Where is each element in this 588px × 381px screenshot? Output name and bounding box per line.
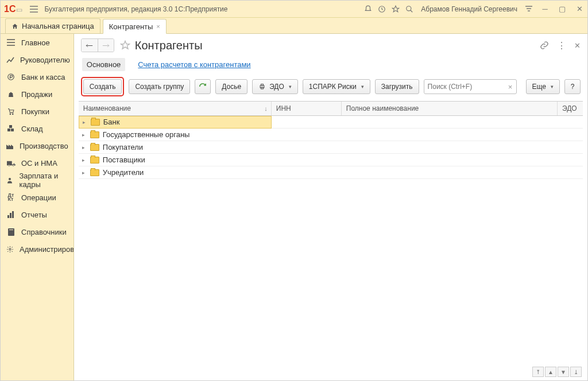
svg-rect-12 xyxy=(10,213,11,218)
dossier-label: Досье xyxy=(222,83,241,91)
sidebar-item-warehouse[interactable]: Склад xyxy=(1,120,74,137)
tab-home[interactable]: Начальная страница xyxy=(5,18,100,33)
table-row[interactable]: ▸Поставщики xyxy=(79,154,583,166)
svg-point-3 xyxy=(10,114,11,115)
minimize-button[interactable]: ─ xyxy=(540,5,550,14)
app-logo: 1C▭ xyxy=(4,4,22,14)
kebab-icon[interactable]: ⋮ xyxy=(557,40,566,51)
search-clear-icon[interactable]: × xyxy=(505,83,516,91)
tab-close-icon[interactable]: × xyxy=(156,23,160,30)
bell-icon[interactable] xyxy=(361,2,375,16)
search-icon[interactable] xyxy=(403,2,416,16)
tab-home-label: Начальная страница xyxy=(22,22,94,30)
subtab-main[interactable]: Основное xyxy=(82,58,126,71)
sidebar-item-purchases[interactable]: Покупки xyxy=(1,103,74,120)
svg-rect-14 xyxy=(8,228,14,236)
expand-icon[interactable]: ▸ xyxy=(82,170,87,176)
svg-rect-13 xyxy=(12,211,14,218)
sidebar-item-admin[interactable]: Администрирование xyxy=(1,240,74,258)
col-inn[interactable]: ИНН xyxy=(272,102,342,115)
tab-contragents[interactable]: Контрагенты × xyxy=(103,19,167,34)
truck-icon xyxy=(6,158,16,168)
col-name[interactable]: Наименование↓ xyxy=(79,102,272,115)
sidebar-item-production[interactable]: Производство xyxy=(1,137,74,154)
nav-back-button[interactable]: 🡐 xyxy=(82,39,98,52)
filter-icon[interactable] xyxy=(522,2,536,16)
subtab-accounts[interactable]: Счета расчетов с контрагентами xyxy=(137,58,252,71)
svg-rect-11 xyxy=(7,215,9,218)
table-rows: ▸Банк ▸Государственные органы ▸Покупател… xyxy=(79,116,583,179)
app-title: Бухгалтерия предприятия, редакция 3.0 1С… xyxy=(44,5,227,13)
row-name: Банк xyxy=(103,118,120,126)
expand-icon[interactable]: ▸ xyxy=(82,145,87,150)
edo-label: ЭДО xyxy=(269,83,284,91)
load-button[interactable]: Загрузить xyxy=(375,79,419,94)
edo-button[interactable]: ЭДО▾ xyxy=(252,79,298,94)
sidebar-label: Отчеты xyxy=(21,211,47,219)
sidebar-item-hr[interactable]: Зарплата и кадры xyxy=(1,172,74,189)
nav-up-button[interactable]: ▲ xyxy=(545,367,556,377)
close-window-button[interactable]: ✕ xyxy=(575,5,584,14)
table-row[interactable]: ▸Государственные органы xyxy=(79,129,583,141)
sidebar-item-sales[interactable]: Продажи xyxy=(1,85,74,103)
sidebar-item-assets[interactable]: ОС и НМА xyxy=(1,154,74,172)
nav-forward-button[interactable]: 🡒 xyxy=(98,39,114,52)
sidebar-label: Руководителю xyxy=(20,56,70,64)
search-input[interactable] xyxy=(424,80,505,93)
create-label: Создать xyxy=(90,83,116,91)
expand-icon[interactable]: ▸ xyxy=(83,119,87,125)
nav-last-button[interactable]: ⤓ xyxy=(570,367,582,377)
table-row[interactable]: ▸Учредители xyxy=(79,166,583,179)
sidebar-label: Продажи xyxy=(21,90,52,99)
table-row[interactable]: ▸Банк xyxy=(79,116,583,129)
sidebar-item-reports[interactable]: Отчеты xyxy=(1,206,74,223)
sidebar-item-operations[interactable]: ДтКт Операции xyxy=(1,189,74,206)
hamburger-icon[interactable] xyxy=(27,2,41,16)
maximize-button[interactable]: ▢ xyxy=(558,5,567,14)
sidebar-item-main[interactable]: Главное xyxy=(1,34,74,51)
spark-label: 1СПАРК Риски xyxy=(309,83,357,91)
nav-down-button[interactable]: ▼ xyxy=(558,367,569,377)
boxes-icon xyxy=(6,124,16,133)
col-fullname[interactable]: Полное наименование xyxy=(342,102,558,115)
window-controls: ─ ▢ ✕ xyxy=(540,5,584,14)
row-name: Поставщики xyxy=(103,155,145,164)
content: 🡐 🡒 Контрагенты ⋮ ✕ Основное Счета расче… xyxy=(74,34,587,380)
sidebar-item-manager[interactable]: Руководителю xyxy=(1,51,74,68)
col-edo[interactable]: ЭДО xyxy=(558,102,583,115)
gear-icon xyxy=(6,244,14,254)
sidebar-label: Администрирование xyxy=(20,245,74,254)
folder-icon xyxy=(90,169,99,176)
col-full-label: Полное наименование xyxy=(346,104,419,112)
nav-first-button[interactable]: ⤒ xyxy=(532,367,544,377)
svg-rect-6 xyxy=(11,129,14,131)
tabbar: Начальная страница Контрагенты × xyxy=(1,18,587,34)
star-icon[interactable] xyxy=(389,2,403,16)
expand-icon[interactable]: ▸ xyxy=(82,132,87,138)
dossier-button[interactable]: Досье xyxy=(215,79,247,94)
svg-point-8 xyxy=(8,165,10,166)
close-page-icon[interactable]: ✕ xyxy=(574,41,581,50)
more-button[interactable]: Еще▾ xyxy=(526,79,560,94)
create-button[interactable]: Создать xyxy=(83,79,122,94)
cart-icon xyxy=(6,107,16,116)
link-icon[interactable] xyxy=(540,41,549,50)
sidebar-label: ОС и НМА xyxy=(21,159,57,168)
table-row[interactable]: ▸Покупатели xyxy=(79,141,583,154)
favorite-star-icon[interactable] xyxy=(119,39,131,52)
expand-icon[interactable]: ▸ xyxy=(82,157,87,163)
sidebar-label: Производство xyxy=(20,142,68,150)
spark-button[interactable]: 1СПАРК Риски▾ xyxy=(303,79,370,94)
refresh-button[interactable] xyxy=(195,79,211,94)
user-name[interactable]: Абрамов Геннадий Сергеевич xyxy=(421,5,517,13)
help-button[interactable]: ? xyxy=(564,79,581,94)
svg-point-16 xyxy=(9,248,11,250)
create-group-button[interactable]: Создать группу xyxy=(129,79,190,94)
book-icon xyxy=(6,227,16,236)
sidebar-item-references[interactable]: Справочники xyxy=(1,223,74,240)
svg-rect-15 xyxy=(9,230,13,230)
sidebar-item-bank[interactable]: Банк и касса xyxy=(1,68,74,85)
bars-icon xyxy=(6,210,16,219)
history-icon[interactable] xyxy=(375,2,389,16)
col-edo-label: ЭДО xyxy=(562,104,577,112)
